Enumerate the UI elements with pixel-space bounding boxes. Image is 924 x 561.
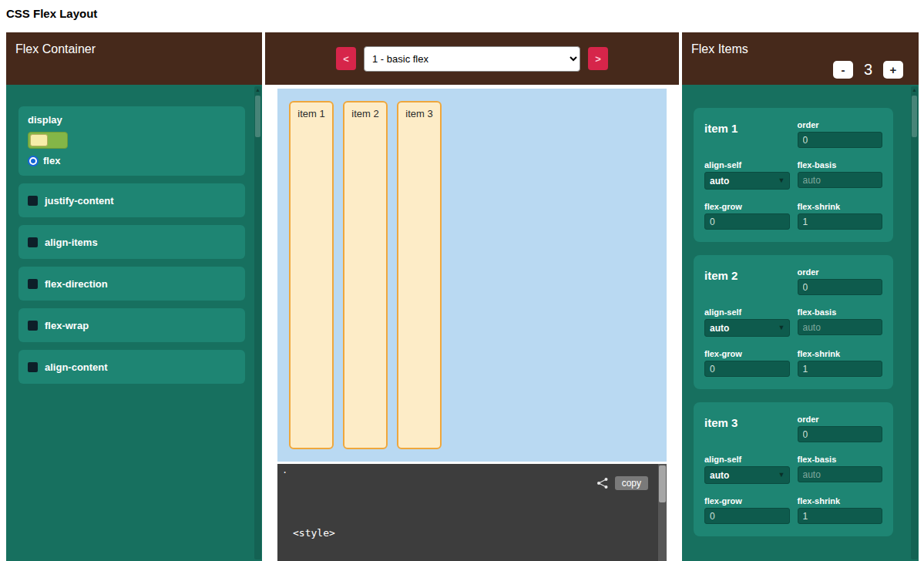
item-3-order-field: order	[798, 415, 883, 442]
scroll-up-icon[interactable]: ▲	[911, 86, 918, 94]
flex-shrink-label: flex-shrink	[798, 202, 883, 211]
item-3-flex-grow-input[interactable]	[704, 508, 790, 524]
item-2-order-field: order	[798, 267, 883, 295]
flex-radio[interactable]	[28, 156, 39, 166]
justify-content-checkbox[interactable]	[28, 196, 38, 206]
item-2-flex-grow-input[interactable]	[704, 361, 790, 377]
flex-demo-container: item 1 item 2 item 3	[277, 89, 667, 462]
item-card-3: item 3 order align-self auto ▼	[694, 402, 893, 536]
display-toggle-knob[interactable]	[30, 134, 48, 146]
code-dot: .	[282, 465, 287, 475]
scenario-select[interactable]: 1 - basic flex	[364, 46, 580, 72]
share-icon[interactable]	[596, 477, 609, 489]
flex-container-header: Flex Container	[6, 32, 262, 85]
item-3-flex-basis-field: flex-basis	[798, 455, 883, 484]
item-2-flex-grow-field: flex-grow	[704, 349, 790, 377]
item-1-flex-grow-input[interactable]	[704, 213, 790, 230]
align-content-checkbox[interactable]	[28, 362, 38, 372]
option-align-items[interactable]: align-items	[18, 225, 245, 259]
option-justify-content[interactable]: justify-content	[18, 183, 245, 217]
scroll-up-icon[interactable]: ▲	[254, 86, 261, 94]
item-2-flex-basis-input[interactable]	[798, 319, 883, 335]
item-2-align-self-field: align-self auto ▼	[704, 307, 790, 337]
item-3-align-self-field: align-self auto ▼	[704, 455, 790, 484]
code-line: <style>	[293, 526, 667, 540]
next-scenario-button[interactable]: >	[588, 47, 608, 70]
order-label: order	[798, 415, 883, 424]
align-self-label: align-self	[704, 455, 790, 464]
item-1-align-self-field: align-self auto ▼	[704, 160, 790, 190]
justify-content-label: justify-content	[45, 195, 114, 207]
flex-shrink-label: flex-shrink	[798, 349, 883, 358]
code-scrollbar-thumb[interactable]	[659, 465, 666, 502]
flex-basis-label: flex-basis	[798, 160, 883, 170]
flex-grow-label: flex-grow	[704, 496, 790, 506]
flex-container-panel: Flex Container display flex justify-cont…	[6, 32, 262, 561]
flex-direction-checkbox[interactable]	[28, 279, 38, 289]
item-3-flex-shrink-field: flex-shrink	[798, 496, 883, 524]
item-1-flex-grow-field: flex-grow	[704, 202, 790, 230]
flex-shrink-label: flex-shrink	[798, 496, 883, 506]
decrease-items-button[interactable]: -	[833, 61, 853, 79]
increase-items-button[interactable]: +	[883, 61, 903, 79]
display-label: display	[28, 114, 236, 126]
option-align-content[interactable]: align-content	[18, 350, 245, 384]
flex-items-title: Flex Items	[691, 42, 748, 55]
item-3-align-self-select[interactable]: auto	[704, 466, 790, 484]
flex-demo-item-1: item 1	[289, 101, 334, 449]
order-label: order	[798, 267, 883, 277]
preview-panel: < 1 - basic flex > item 1 item 2 item 3 …	[265, 32, 679, 561]
option-flex-wrap[interactable]: flex-wrap	[18, 308, 245, 342]
item-2-order-input[interactable]	[798, 279, 883, 295]
page-title: CSS Flex Layout	[6, 7, 97, 20]
code-scrollbar[interactable]	[658, 464, 667, 561]
item-3-flex-basis-input[interactable]	[798, 466, 883, 482]
flex-radio-label: flex	[43, 155, 60, 166]
item-2-flex-shrink-field: flex-shrink	[798, 349, 883, 377]
item-card-2: item 2 order align-self auto ▼	[694, 255, 893, 389]
item-2-flex-basis-field: flex-basis	[798, 307, 883, 337]
flex-grow-label: flex-grow	[704, 349, 790, 358]
align-content-label: align-content	[45, 361, 108, 373]
item-2-flex-shrink-input[interactable]	[798, 361, 883, 377]
code-block: . copy <style> .flex-container { display…	[277, 464, 667, 561]
item-1-align-self-select[interactable]: auto	[704, 172, 790, 190]
display-toggle[interactable]	[28, 132, 68, 149]
flex-container-title: Flex Container	[15, 42, 96, 55]
flex-grow-label: flex-grow	[704, 202, 790, 211]
prev-scenario-button[interactable]: <	[336, 47, 356, 70]
flex-basis-label: flex-basis	[798, 455, 883, 464]
right-scrollbar-thumb[interactable]	[912, 96, 917, 137]
flex-demo-item-3: item 3	[397, 101, 442, 449]
copy-button[interactable]: copy	[615, 476, 648, 490]
item-1-order-input[interactable]	[798, 132, 883, 148]
item-1-title: item 1	[704, 120, 790, 148]
code-content: <style> .flex-container { display: flex;	[277, 496, 667, 561]
item-3-title: item 3	[704, 415, 790, 442]
preview-header: < 1 - basic flex >	[265, 32, 679, 85]
align-self-label: align-self	[704, 307, 790, 317]
flex-demo-item-2: item 2	[343, 101, 388, 449]
item-card-1: item 1 order align-self auto ▼	[694, 108, 893, 242]
flex-wrap-label: flex-wrap	[45, 320, 89, 331]
item-1-flex-shrink-input[interactable]	[798, 213, 883, 230]
item-1-flex-shrink-field: flex-shrink	[798, 202, 883, 230]
display-section: display flex	[18, 106, 245, 176]
item-3-flex-shrink-input[interactable]	[798, 508, 883, 524]
main-layout: Flex Container display flex justify-cont…	[6, 32, 919, 561]
align-items-checkbox[interactable]	[28, 237, 38, 247]
item-2-align-self-select[interactable]: auto	[704, 319, 790, 337]
right-panel-scrollbar[interactable]: ▲	[911, 86, 918, 559]
item-3-flex-grow-field: flex-grow	[704, 496, 790, 524]
option-flex-direction[interactable]: flex-direction	[18, 267, 245, 301]
left-scrollbar-thumb[interactable]	[255, 96, 260, 137]
flex-items-body: item 1 order align-self auto ▼	[682, 85, 919, 561]
align-self-label: align-self	[704, 160, 790, 170]
item-1-flex-basis-input[interactable]	[798, 172, 883, 188]
flex-direction-label: flex-direction	[45, 278, 108, 290]
left-panel-scrollbar[interactable]: ▲	[254, 86, 261, 559]
flex-wrap-checkbox[interactable]	[28, 321, 38, 331]
item-3-order-input[interactable]	[798, 426, 883, 442]
item-count: 3	[864, 61, 872, 79]
flex-items-header: Flex Items - 3 +	[682, 32, 919, 85]
